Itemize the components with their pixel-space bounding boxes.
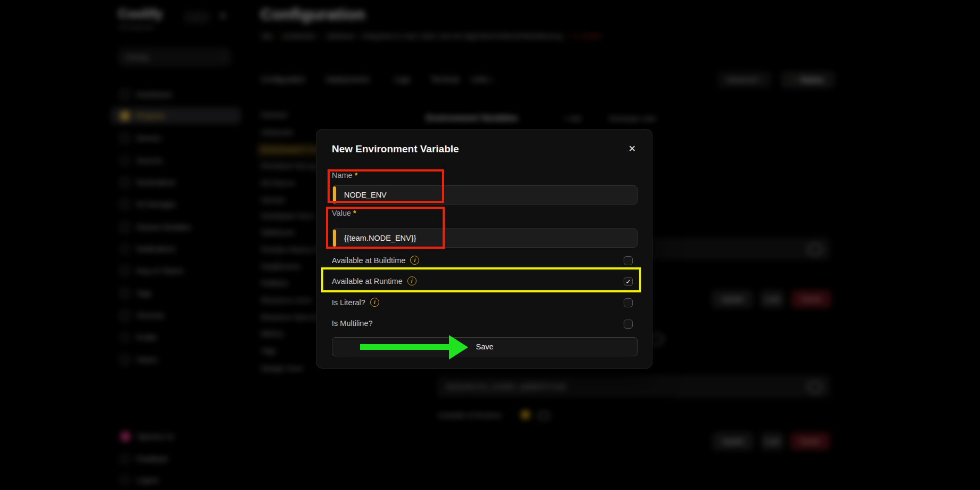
value-field-label: Value* bbox=[332, 209, 356, 217]
buildtime-label: Available at Buildtimei bbox=[332, 256, 419, 265]
runtime-label: Available at Runtimei bbox=[332, 276, 416, 285]
is-literal-checkbox[interactable] bbox=[624, 298, 633, 307]
info-icon[interactable]: i bbox=[410, 256, 419, 265]
name-field[interactable]: NODE_ENV bbox=[332, 185, 638, 205]
info-icon[interactable]: i bbox=[370, 298, 379, 307]
modified-accent-bar bbox=[333, 230, 336, 247]
checkmark-icon: ✓ bbox=[625, 278, 631, 285]
value-field[interactable]: {{team.NODE_ENV}} bbox=[332, 228, 638, 248]
new-environment-variable-modal: New Environment Variable ✕ Name* NODE_EN… bbox=[316, 129, 652, 369]
runtime-checkbox[interactable]: ✓ bbox=[624, 277, 633, 286]
name-field-value: NODE_ENV bbox=[344, 186, 387, 204]
close-icon[interactable]: ✕ bbox=[628, 143, 636, 154]
required-asterisk: * bbox=[353, 209, 356, 217]
name-field-label: Name* bbox=[332, 171, 357, 179]
is-literal-label: Is Literal?i bbox=[332, 298, 379, 307]
is-multiline-label: Is Multiline? bbox=[332, 319, 373, 328]
required-asterisk: * bbox=[355, 171, 358, 179]
is-multiline-checkbox[interactable] bbox=[624, 320, 633, 329]
save-button[interactable]: Save bbox=[332, 337, 638, 356]
info-icon[interactable]: i bbox=[407, 276, 416, 285]
modified-accent-bar bbox=[333, 186, 336, 203]
buildtime-checkbox[interactable] bbox=[624, 256, 633, 265]
modal-title: New Environment Variable bbox=[332, 143, 459, 155]
value-field-value: {{team.NODE_ENV}} bbox=[344, 229, 416, 247]
